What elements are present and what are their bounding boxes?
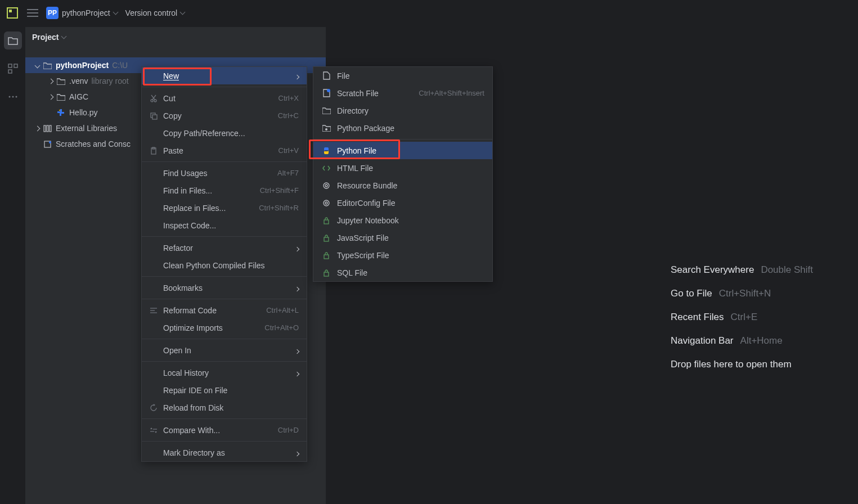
submenu-sql-label: SQL File bbox=[337, 268, 367, 277]
svg-point-33 bbox=[325, 184, 327, 187]
menu-copy-label: Copy bbox=[163, 111, 182, 120]
menu-paste[interactable]: PasteCtrl+V bbox=[142, 142, 307, 159]
structure-tool-button[interactable] bbox=[4, 60, 22, 78]
svg-point-30 bbox=[327, 89, 330, 92]
menu-optimize-label: Optimize Imports bbox=[163, 323, 223, 332]
submenu-py-package[interactable]: Python Package bbox=[313, 119, 492, 137]
svg-point-17 bbox=[151, 100, 153, 102]
submenu-js-label: JavaScript File bbox=[337, 233, 389, 242]
submenu-file-label: File bbox=[337, 71, 350, 80]
expand-icon[interactable] bbox=[46, 79, 56, 83]
expand-icon[interactable] bbox=[46, 95, 56, 99]
svg-rect-38 bbox=[324, 255, 329, 259]
package-icon bbox=[321, 124, 331, 132]
menu-replace-in-files[interactable]: Replace in Files...Ctrl+Shift+R bbox=[142, 199, 307, 217]
submenu-jupyter[interactable]: Jupyter Notebook bbox=[313, 212, 492, 229]
svg-rect-39 bbox=[324, 272, 329, 276]
submenu-javascript[interactable]: JavaScript File bbox=[313, 229, 492, 246]
submenu-arrow-icon bbox=[295, 346, 299, 355]
menu-refactor[interactable]: Refactor bbox=[142, 239, 307, 256]
tree-root-path: C:\U bbox=[112, 61, 128, 70]
submenu-sql[interactable]: SQL File bbox=[313, 264, 492, 281]
gear-icon bbox=[321, 182, 331, 190]
menu-new[interactable]: New bbox=[142, 67, 307, 84]
lock-icon bbox=[321, 251, 331, 259]
menu-reload[interactable]: Reload from Disk bbox=[142, 399, 307, 416]
submenu-directory-label: Directory bbox=[337, 106, 369, 115]
menu-separator bbox=[142, 441, 307, 442]
menu-paste-label: Paste bbox=[163, 146, 183, 155]
project-tool-button[interactable] bbox=[4, 32, 22, 50]
lock-icon bbox=[321, 217, 331, 224]
menu-find-in-files[interactable]: Find in Files...Ctrl+Shift+F bbox=[142, 182, 307, 199]
submenu-arrow-icon bbox=[295, 368, 299, 377]
menu-cut[interactable]: CutCtrl+X bbox=[142, 89, 307, 107]
menu-bookmarks-label: Bookmarks bbox=[163, 284, 203, 292]
menu-local-history[interactable]: Local History bbox=[142, 364, 307, 381]
expand-icon[interactable] bbox=[32, 64, 42, 68]
submenu-scratch-label: Scratch File bbox=[337, 89, 379, 98]
tree-ext-libs-label: External Libraries bbox=[56, 124, 117, 133]
svg-point-18 bbox=[154, 100, 156, 102]
submenu-resource-label: Resource Bundle bbox=[337, 181, 397, 190]
svg-point-8 bbox=[8, 96, 10, 98]
submenu-directory[interactable]: Directory bbox=[313, 102, 492, 119]
submenu-ts-label: TypeScript File bbox=[337, 251, 389, 260]
project-selector[interactable]: PP pythonProject bbox=[46, 7, 118, 19]
top-toolbar: PP pythonProject Version control bbox=[0, 0, 858, 25]
reload-icon bbox=[149, 404, 159, 412]
paste-icon bbox=[149, 147, 159, 155]
new-submenu: File Scratch FileCtrl+Alt+Shift+Insert D… bbox=[313, 66, 493, 282]
submenu-file[interactable]: File bbox=[313, 67, 492, 84]
menu-copy[interactable]: CopyCtrl+C bbox=[142, 107, 307, 124]
menu-optimize[interactable]: Optimize ImportsCtrl+Alt+O bbox=[142, 319, 307, 336]
menu-repair[interactable]: Repair IDE on File bbox=[142, 381, 307, 399]
svg-point-16 bbox=[49, 141, 51, 143]
menu-mark-dir-label: Mark Directory as bbox=[163, 448, 225, 457]
menu-open-in[interactable]: Open In bbox=[142, 341, 307, 359]
scratch-icon bbox=[42, 141, 52, 148]
menu-reformat-label: Reformat Code bbox=[163, 306, 217, 315]
submenu-resource[interactable]: Resource Bundle bbox=[313, 177, 492, 194]
menu-inspect[interactable]: Inspect Code... bbox=[142, 217, 307, 234]
submenu-html-file[interactable]: HTML File bbox=[313, 159, 492, 177]
submenu-scratch[interactable]: Scratch FileCtrl+Alt+Shift+Insert bbox=[313, 84, 492, 102]
submenu-arrow-icon bbox=[295, 284, 299, 292]
menu-replace-in-files-label: Replace in Files... bbox=[163, 204, 226, 213]
menu-find-usages[interactable]: Find UsagesAlt+F7 bbox=[142, 164, 307, 182]
html-icon bbox=[321, 165, 331, 172]
menu-separator bbox=[313, 139, 492, 140]
more-tool-button[interactable] bbox=[4, 88, 22, 106]
menu-copy-path[interactable]: Copy Path/Reference... bbox=[142, 124, 307, 142]
menu-clean[interactable]: Clean Python Compiled Files bbox=[142, 256, 307, 274]
compare-icon bbox=[149, 427, 159, 434]
version-control-label: Version control bbox=[125, 8, 178, 17]
hint-search: Search EverywhereDouble Shift bbox=[671, 264, 813, 276]
svg-rect-22 bbox=[152, 115, 157, 119]
svg-rect-37 bbox=[324, 237, 329, 241]
submenu-typescript[interactable]: TypeScript File bbox=[313, 246, 492, 264]
menu-mark-dir[interactable]: Mark Directory as bbox=[142, 444, 307, 461]
lock-icon bbox=[321, 234, 331, 242]
version-control-menu[interactable]: Version control bbox=[125, 8, 185, 17]
svg-rect-0 bbox=[7, 8, 17, 18]
main-menu-button[interactable] bbox=[27, 8, 38, 17]
project-panel-header[interactable]: Project bbox=[25, 27, 326, 47]
submenu-python-file[interactable]: Python File bbox=[313, 142, 492, 159]
menu-cut-label: Cut bbox=[163, 94, 176, 103]
submenu-editorconfig[interactable]: EditorConfig File bbox=[313, 194, 492, 212]
menu-bookmarks[interactable]: Bookmarks bbox=[142, 279, 307, 296]
menu-separator bbox=[142, 418, 307, 419]
submenu-py-package-label: Python Package bbox=[337, 124, 394, 133]
menu-compare[interactable]: Compare With...Ctrl+D bbox=[142, 421, 307, 439]
svg-point-34 bbox=[324, 200, 329, 206]
lock-icon bbox=[321, 269, 331, 277]
menu-compare-label: Compare With... bbox=[163, 426, 220, 435]
menu-find-usages-label: Find Usages bbox=[163, 169, 208, 178]
menu-reformat[interactable]: Reformat CodeCtrl+Alt+L bbox=[142, 302, 307, 319]
editor-hints: Search EverywhereDouble Shift Go to File… bbox=[671, 264, 813, 370]
tree-venv-hint: library root bbox=[91, 76, 128, 86]
folder-icon bbox=[42, 62, 52, 69]
expand-icon[interactable] bbox=[32, 127, 42, 130]
menu-open-in-label: Open In bbox=[163, 346, 191, 355]
